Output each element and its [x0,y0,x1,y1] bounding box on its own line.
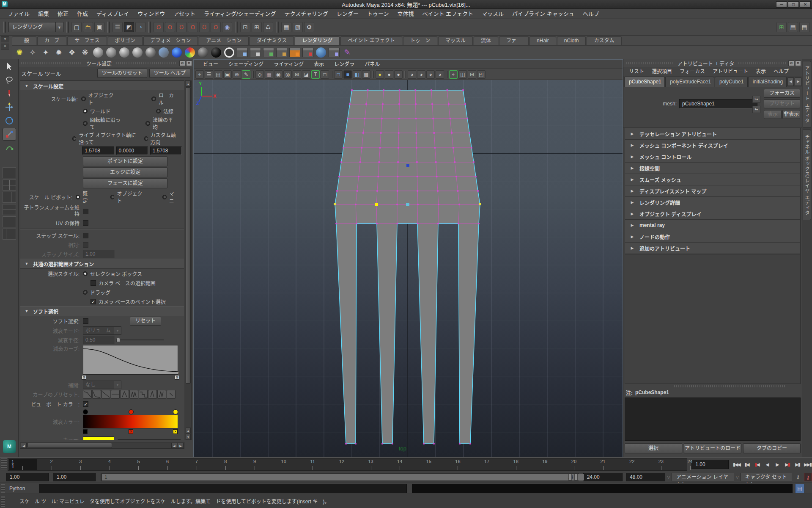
scale-axis-value-field[interactable]: 0.0000 [116,146,148,155]
save-scene-icon[interactable]: ▣ [94,22,104,32]
outliner-persp-layout[interactable] [3,229,16,240]
volume-light-icon[interactable]: ❋ [79,47,91,58]
scroll-up-icon[interactable]: ▲ [186,428,191,433]
slider-thumb[interactable] [116,337,120,342]
viewport-menu-パネル[interactable]: パネル [359,60,385,69]
tab-scroll-left-icon[interactable]: ◀ [787,77,794,86]
float-panel-icon[interactable]: ⧉ [179,61,185,66]
paint-select-tool[interactable] [3,87,16,100]
curve-preset-icon[interactable] [139,390,148,399]
side-tab-アトリビュート エディタ[interactable]: アトリビュート エディタ [803,61,811,128]
falloff-mode-dropdown[interactable]: ボリューム▼ [83,326,121,335]
radio-button[interactable] [162,195,167,199]
playback-start-field[interactable]: 1.00 [53,473,96,481]
select-tool[interactable] [3,60,16,73]
animation-end-field[interactable]: 48.00 [626,473,665,481]
shade-selected-icon[interactable]: ◉ [274,70,283,79]
film-icon-icon[interactable] [328,47,340,58]
iso-share-icon[interactable]: ◰ [477,70,486,79]
float-panel-icon[interactable]: ⧉ [788,61,794,66]
ae-button-アトリビュートのロード[interactable]: アトリビュートのロード [684,443,741,453]
radio-button[interactable] [151,97,156,101]
animation-start-field[interactable]: 1.00 [6,473,49,481]
make-live-icon[interactable]: ◉ [222,22,232,32]
shelf-tab-nCloth[interactable]: nCloth [557,36,586,45]
render-settings-icon[interactable] [250,47,261,58]
single-pane-layout[interactable] [3,167,16,178]
section-scale-settings[interactable]: ▼スケール設定 [20,81,184,91]
shelf-tab-流体[interactable]: 流体 [474,36,498,45]
bounding-box-icon[interactable]: ⊠ [293,70,301,79]
ae-menu-アトリビュート[interactable]: アトリビュート [709,67,752,76]
select-highlight-mode-icon[interactable]: ⌖ [449,70,458,79]
image-plane-icon[interactable]: ▣ [223,70,232,79]
attribute-section-オブジェクト ディスプレイ[interactable]: ▶オブジェクト ディスプレイ [625,208,800,220]
gradient-stop-handle[interactable]: ✕ [173,429,178,434]
shelf-tab-ダイナミクス[interactable]: ダイナミクス [250,36,294,45]
viewport-menu-シェーディング[interactable]: シェーディング [223,60,269,69]
new-scene-icon[interactable]: ▢ [71,22,82,32]
shelf-tab-サーフェス[interactable]: サーフェス [67,36,107,45]
curve-preset-icon[interactable] [92,390,101,399]
wireframe-icon[interactable]: ◇ [255,70,264,79]
curve-handle[interactable]: ⊠ [175,375,179,380]
team-render-icon[interactable] [315,47,327,58]
gradient-stop-handle[interactable] [173,409,178,414]
hypershade-icon[interactable] [263,47,274,58]
shelf-tab-レンダリング[interactable]: レンダリング [295,36,340,45]
chevron-down-icon[interactable]: ▽ [736,475,739,479]
minimize-button[interactable]: ─ [776,1,787,8]
phong-material-icon[interactable] [118,47,130,58]
head-flat-icon[interactable]: ◕ [408,70,416,79]
set-button-ポイントに設定[interactable]: ポイントに設定 [83,156,167,166]
curve-preset-icon[interactable] [120,390,129,399]
radio-button[interactable] [81,97,86,101]
show-button[interactable]: 表示 [764,110,782,119]
use-all-lights-icon[interactable]: ● [376,70,384,79]
toggle-attribute-editor-icon[interactable]: ⊞ [776,22,787,32]
ae-menu-ヘルプ[interactable]: ヘルプ [770,67,793,76]
attribute-section-メッシュ コントロール[interactable]: ▶メッシュ コントロール [625,151,800,163]
gradient-stop-handle[interactable]: ✕ [129,429,133,434]
curve-handle[interactable]: ○ [176,371,180,375]
collapse-grip[interactable] [148,22,151,33]
ae-tab-initialShading[interactable]: initialShading [748,77,787,87]
collapse-grip[interactable] [235,22,238,33]
shelf-tab-ファー[interactable]: ファー [499,36,529,45]
two-pane-stacked-layout[interactable] [3,204,16,215]
paint-effects-brush-icon[interactable]: ✎ [341,47,353,58]
collapse-grip[interactable] [276,22,279,33]
close-panel-icon[interactable]: ✕ [795,61,801,66]
scroll-left-icon[interactable]: ◀ [21,443,27,448]
ipr-render-icon[interactable]: ▧ [293,22,303,32]
attribute-section-mental ray[interactable]: ▶mental ray [625,220,800,231]
render-current-frame-icon[interactable]: ▦ [281,22,291,32]
radio-button[interactable] [144,136,148,141]
gradient-stop-handle[interactable] [83,409,88,414]
play-forwards-button[interactable]: ▶ [773,460,782,469]
falloff-color-ramp[interactable]: ✕✕ [83,409,178,434]
radio-button[interactable] [110,195,115,199]
radio-button[interactable] [76,195,80,199]
ae-menu-選択項目[interactable]: 選択項目 [648,67,676,76]
render-layers-icon[interactable] [276,47,288,58]
attribute-section-追加のアトリビュート[interactable]: ▶追加のアトリビュート [625,243,800,254]
snap-view-plane-icon[interactable]: Ω [199,22,209,32]
menu-立体視[interactable]: 立体視 [393,9,418,19]
attribute-section-ノードの動作[interactable]: ▶ノードの動作 [625,231,800,243]
menu-ペイント エフェクト[interactable]: ペイント エフェクト [418,9,477,19]
gradient-stop-handle[interactable] [129,409,134,414]
radio-button[interactable] [72,136,76,141]
shelf-tab-カスタム[interactable]: カスタム [587,36,621,45]
interpolation-dropdown[interactable]: なし▼ [83,381,121,389]
use-background-icon[interactable] [223,47,235,58]
snap-grid-icon[interactable]: Ω [154,22,164,32]
toggle-channel-box-icon[interactable]: ▤ [799,22,809,32]
toggle-tool-settings-icon[interactable]: ▤ [788,22,798,32]
command-input[interactable] [39,484,407,493]
vertical-scrollbar[interactable]: ▲ ▲ ▼ [185,80,192,440]
ae-tab-polyExtrudeFace1[interactable]: polyExtrudeFace1 [665,77,714,87]
camera-icon-icon[interactable] [289,47,301,58]
menu-パイプライン キャッシュ[interactable]: パイプライン キャッシュ [508,9,579,19]
four-pane-layout[interactable] [3,179,16,190]
